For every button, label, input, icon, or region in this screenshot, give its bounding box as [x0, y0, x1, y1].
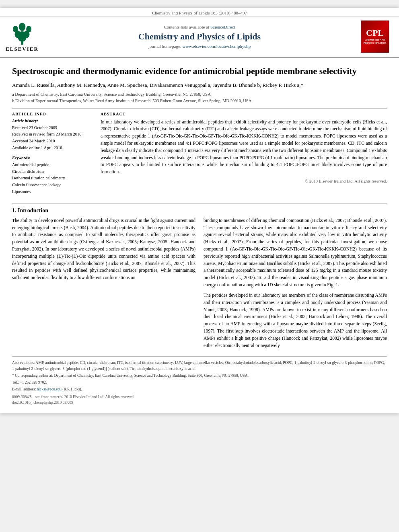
keywords-label: Keywords: — [12, 156, 93, 160]
header-badge: CPL CHEMISTRY AND PHYSICS OF LIPIDS — [359, 21, 391, 53]
authors: Amanda L. Russella, Anthony M. Kennedya,… — [12, 81, 387, 89]
article-info-abstract: ARTICLE INFO Article history: Received 2… — [12, 112, 387, 195]
intro-col2-para1: binding to membranes of differing chemic… — [204, 217, 387, 289]
elsevier-logo-area: ELSEVIER — [4, 21, 40, 53]
email-suffix: (R.P. Hicks). — [62, 387, 82, 391]
authors-text: Amanda L. Russella, Anthony M. Kennedya,… — [12, 82, 303, 88]
intro-section-title: 1. Introduction — [12, 207, 387, 214]
abstract-text: In our laboratory we developed a series … — [101, 119, 387, 176]
contents-available: Contents lists available at ScienceDirec… — [164, 25, 235, 29]
divider-1 — [12, 108, 387, 109]
cpl-full-name: CHEMISTRY AND PHYSICS OF LIPIDS — [361, 39, 389, 44]
journal-title: Chemistry and Physics of Lipids — [138, 31, 261, 43]
svg-point-4 — [13, 26, 18, 33]
header: ELSEVIER Contents lists available at Sci… — [0, 16, 399, 58]
article-title: Spectroscopic and thermodynamic evidence… — [12, 66, 387, 77]
intro-col-right: binding to membranes of differing chemic… — [204, 217, 387, 353]
available-date: Available online 1 April 2010 — [12, 145, 93, 152]
article-info-heading: ARTICLE INFO — [12, 112, 93, 116]
accepted-date: Accepted 24 March 2010 — [12, 138, 93, 145]
keyword-3: Isothermal titration calorimetry — [12, 175, 93, 182]
open-access-line: 0009-3084/$ – see front matter © 2010 El… — [12, 394, 387, 406]
received-revised-date: Received in revised form 23 March 2010 — [12, 131, 93, 138]
homepage-link[interactable]: www.elsevier.com/locate/chemphyslip — [183, 44, 251, 49]
cpl-acronym: CPL — [366, 29, 384, 37]
email-link[interactable]: hicksr@ecu.edu — [37, 387, 62, 391]
keyword-1: Antimicrobial peptide — [12, 162, 93, 168]
affiliation-a: a Department of Chemistry, East Carolina… — [12, 91, 387, 98]
affiliations: a Department of Chemistry, East Carolina… — [12, 91, 387, 104]
email-line: E-mail address: hicksr@ecu.edu (R.P. Hic… — [12, 386, 387, 392]
article-content: Spectroscopic and thermodynamic evidence… — [0, 58, 399, 203]
intro-col1-para1: The ability to develop novel powerful an… — [12, 217, 195, 281]
keyword-5: Liposomes — [12, 189, 93, 195]
article-history-label: Article history: — [12, 119, 93, 123]
corresponding-line: * Corresponding author at: Department of… — [12, 373, 387, 378]
abstract-heading: ABSTRACT — [101, 112, 387, 116]
header-center: Contents lists available at ScienceDirec… — [44, 21, 355, 53]
intro-two-col: The ability to develop novel powerful an… — [12, 217, 387, 353]
abstract-column: ABSTRACT In our laboratory we developed … — [101, 112, 387, 195]
article-info-column: ARTICLE INFO Article history: Received 2… — [12, 112, 93, 195]
abbreviations-text: AMP, antimicrobial peptide; CD, circular… — [12, 361, 385, 370]
keywords-list: Antimicrobial peptide Circular dichroism… — [12, 162, 93, 195]
affiliation-b: b Division of Experimental Therapeutics,… — [12, 98, 387, 104]
journal-homepage: journal homepage: www.elsevier.com/locat… — [148, 44, 251, 49]
email-label: E-mail address: — [12, 387, 36, 391]
science-direct-link[interactable]: ScienceDirect — [210, 25, 235, 29]
tel-label: Tel.: — [12, 380, 19, 384]
main-body: 1. Introduction The ability to develop n… — [0, 204, 399, 413]
svg-point-6 — [19, 23, 26, 31]
intro-col2-para2: The peptides developed in our laboratory… — [204, 292, 387, 349]
cpl-badge: CPL CHEMISTRY AND PHYSICS OF LIPIDS — [361, 21, 389, 53]
corresponding-text: Department of Chemistry, East Carolina U… — [54, 374, 248, 378]
page: Chemistry and Physics of Lipids 163 (201… — [0, 8, 399, 413]
svg-point-5 — [26, 26, 31, 33]
copyright: © 2010 Elsevier Ireland Ltd. All rights … — [101, 179, 387, 183]
received-date: Received 23 October 2009 — [12, 125, 93, 131]
corresponding-label: * Corresponding author at: — [12, 374, 53, 378]
intro-col-left: The ability to develop novel powerful an… — [12, 217, 195, 353]
doi-text: doi:10.1016/j.chemphyslip.2010.03.009 — [12, 400, 387, 405]
tel-number: +1 252 328 9702. — [20, 380, 47, 384]
elsevier-text: ELSEVIER — [6, 46, 39, 52]
article-history-text: Received 23 October 2009 Received in rev… — [12, 125, 93, 152]
tel-line: Tel.: +1 252 328 9702. — [12, 380, 387, 385]
journal-citation: Chemistry and Physics of Lipids 163 (201… — [152, 10, 247, 15]
keyword-4: Calcein fluorescence leakage — [12, 182, 93, 189]
elsevier-tree-icon — [10, 21, 34, 45]
keyword-2: Circular dichroism — [12, 168, 93, 175]
abbreviations-label: Abbreviations: — [12, 361, 35, 365]
open-access-text: 0009-3084/$ – see front matter © 2010 El… — [12, 394, 387, 400]
footnotes: Abbreviations: AMP, antimicrobial peptid… — [12, 356, 387, 405]
abbreviations-line: Abbreviations: AMP, antimicrobial peptid… — [12, 360, 387, 372]
elsevier-logo: ELSEVIER — [6, 21, 39, 52]
journal-bar: Chemistry and Physics of Lipids 163 (201… — [0, 8, 399, 16]
